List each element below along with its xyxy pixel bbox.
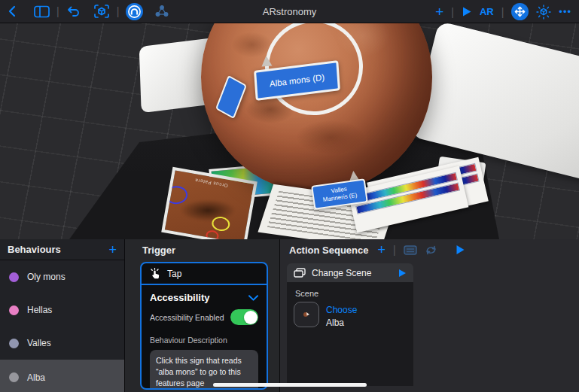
behaviour-label: Oly mons xyxy=(27,272,66,282)
toolbar: | | xyxy=(0,0,579,23)
behaviour-item-alba[interactable]: Alba xyxy=(0,360,124,392)
scene-name-value: Alba xyxy=(326,318,344,328)
trigger-panel-title: Trigger xyxy=(142,245,175,256)
toolbar-divider: | xyxy=(451,6,454,18)
change-scene-action-card[interactable]: Change Scene xyxy=(287,263,413,282)
behaviour-color-dot xyxy=(9,372,19,382)
behaviours-panel-title: Behaviours xyxy=(8,244,61,255)
action-title: Change Scene xyxy=(312,268,392,278)
more-options-button[interactable]: ••• xyxy=(559,6,571,17)
ar-mode-button[interactable]: AR xyxy=(480,6,494,17)
add-object-button[interactable]: + xyxy=(435,5,443,19)
scene-hierarchy-icon[interactable] xyxy=(154,5,169,18)
toolbar-divider: | xyxy=(117,5,120,17)
behaviour-color-dot xyxy=(9,272,19,282)
run-sequence-button[interactable] xyxy=(456,245,465,255)
header-divider: | xyxy=(393,244,396,256)
move-tool-icon[interactable] xyxy=(511,3,529,20)
surface-feature xyxy=(179,199,236,222)
tap-icon xyxy=(149,268,161,280)
accessibility-toggle[interactable] xyxy=(230,309,258,325)
sign-pin xyxy=(261,56,273,67)
behaviours-list-panel: Behaviours + Oly mons Hellas Valles Alba xyxy=(0,239,125,392)
behaviour-description-label: Behaviour Description xyxy=(150,336,258,345)
scene-field-label: Scene xyxy=(295,289,318,298)
scene-thumbnail[interactable] xyxy=(294,302,319,327)
object-capture-icon[interactable] xyxy=(93,4,110,19)
sign-label: Alba mons (D) xyxy=(270,73,325,89)
play-action-button[interactable] xyxy=(398,269,407,278)
action-sequence-panel: Action Sequence + | Change Scene xyxy=(280,239,579,392)
sign-label: VallesMarineris (E) xyxy=(321,184,358,203)
action-sequence-title: Action Sequence xyxy=(289,245,368,256)
add-action-button[interactable]: + xyxy=(377,243,385,257)
trigger-type-row[interactable]: Tap xyxy=(142,263,267,285)
sidebar-toggle-icon[interactable] xyxy=(34,5,50,18)
annotation-circle-red xyxy=(205,229,219,239)
action-detail-body: Scene Choose Alba xyxy=(287,282,413,386)
back-button[interactable] xyxy=(6,5,18,18)
trigger-panel: Trigger Tap Accessibi xyxy=(125,239,280,392)
loop-icon[interactable] xyxy=(425,245,437,256)
choose-scene-link[interactable]: Choose xyxy=(326,305,357,315)
accessibility-section-title: Accessibility xyxy=(150,292,210,303)
behaviours-editor: Behaviours + Oly mons Hellas Valles Alba xyxy=(0,239,579,392)
behaviour-item-hellas[interactable]: Hellas xyxy=(0,293,124,327)
trigger-type-label: Tap xyxy=(167,269,181,279)
behaviour-item-valles[interactable]: Valles xyxy=(0,327,124,360)
behaviour-item-oly-mons[interactable]: Oly mons xyxy=(0,260,124,293)
behaviour-label: Alba xyxy=(27,372,45,383)
toolbar-divider: | xyxy=(56,5,59,17)
play-button[interactable] xyxy=(462,6,472,17)
annotation-circle-blue xyxy=(165,186,188,205)
add-behaviour-button[interactable]: + xyxy=(108,243,117,257)
home-indicator[interactable] xyxy=(213,383,367,387)
scene-viewport[interactable]: GUIDE Orcus Patera Alba mons (D) VallesM… xyxy=(0,23,579,239)
behaviour-color-dot xyxy=(9,339,19,348)
behaviour-label: Valles xyxy=(27,338,51,348)
photo-caption: Orcus Patera xyxy=(194,178,228,189)
trigger-card[interactable]: Tap Accessibility Accessibility Enabled … xyxy=(140,262,268,390)
toolbar-divider: | xyxy=(501,6,504,18)
behaviour-color-dot xyxy=(9,305,19,315)
object-settings-icon[interactable] xyxy=(536,5,551,20)
behaviour-label: Hellas xyxy=(27,305,52,315)
chevron-down-icon[interactable] xyxy=(248,295,258,301)
undo-icon[interactable] xyxy=(66,5,81,17)
group-actions-icon[interactable] xyxy=(404,245,417,256)
app-window: | | xyxy=(0,0,579,392)
behaviours-panel-toggle-icon[interactable] xyxy=(126,3,143,20)
scenes-icon xyxy=(294,268,306,278)
toggle-knob xyxy=(244,311,258,324)
accessibility-enabled-label: Accessibility Enabled xyxy=(150,313,224,322)
